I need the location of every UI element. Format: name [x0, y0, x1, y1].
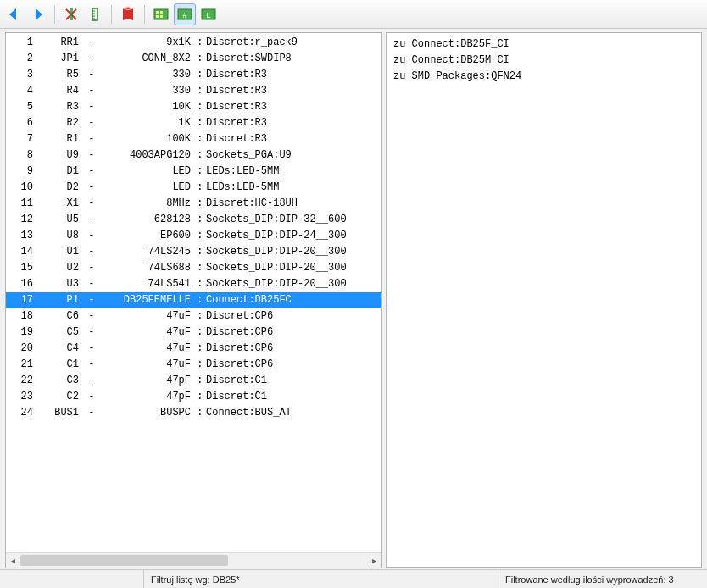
component-row[interactable]: 14U1 -74LS245 : Sockets_DIP:DIP-20__300 — [6, 244, 381, 260]
component-row[interactable]: 9D1 -LED : LEDs:LED-5MM — [6, 164, 381, 180]
row-footprint: Discret:R3 — [206, 131, 380, 147]
component-row[interactable]: 6R2 -1K : Discret:R3 — [6, 115, 381, 131]
row-index: 23 — [8, 389, 40, 405]
view-mode-2-button[interactable]: # — [174, 3, 196, 25]
row-value: 47uF — [91, 325, 191, 341]
component-row[interactable]: 15U2 -74LS688 : Sockets_DIP:DIP-20__300 — [6, 260, 381, 276]
row-value: LED — [91, 180, 191, 196]
scroll-track[interactable] — [20, 553, 367, 568]
row-separator: : — [191, 276, 206, 292]
row-value: 47uF — [91, 341, 191, 357]
component-list[interactable]: 1RR1 -9x1K : Discret:r_pack92JP1 -CONN_8… — [6, 33, 381, 552]
view-mode-3-button[interactable]: L — [198, 3, 220, 25]
row-value: 4003APG120 — [91, 147, 191, 164]
row-index: 6 — [8, 115, 40, 131]
auto-associate-button[interactable] — [84, 3, 106, 25]
component-row[interactable]: 7R1 -100K : Discret:R3 — [6, 131, 381, 147]
row-footprint: Discret:HC-18UH — [206, 196, 380, 212]
row-separator: : — [191, 99, 206, 115]
row-dash: - — [79, 228, 91, 244]
scroll-left-button[interactable]: ◂ — [6, 553, 20, 568]
component-row[interactable]: 1RR1 -9x1K : Discret:r_pack9 — [6, 35, 381, 51]
horizontal-scrollbar[interactable]: ◂ ▸ — [6, 552, 381, 567]
documentation-button[interactable] — [117, 3, 139, 25]
row-separator: : — [191, 244, 206, 260]
component-row[interactable]: 19C5 -47uF : Discret:CP6 — [6, 325, 381, 341]
row-index: 17 — [8, 292, 40, 308]
component-row[interactable]: 4R4 -330 : Discret:R3 — [6, 83, 381, 99]
component-row[interactable]: 12U5 -628128 : Sockets_DIP:DIP-32__600 — [6, 212, 381, 228]
row-value: 74LS245 — [91, 244, 191, 260]
svg-rect-13 — [156, 15, 159, 18]
row-dash: - — [79, 196, 91, 212]
component-row[interactable]: 23C2 -47pF : Discret:C1 — [6, 389, 381, 405]
row-dash: - — [79, 308, 91, 325]
row-footprint: Discret:R3 — [206, 83, 380, 99]
row-dash: - — [79, 35, 91, 51]
component-row[interactable]: 22C3 -47pF : Discret:C1 — [6, 373, 381, 389]
row-index: 1 — [8, 35, 40, 51]
view-mode-1-button[interactable] — [150, 3, 172, 25]
row-footprint: Discret:SWDIP8 — [206, 51, 380, 67]
component-row[interactable]: 3R5 -330 : Discret:R3 — [6, 67, 381, 83]
delete-association-button[interactable] — [60, 3, 82, 25]
component-row[interactable]: 18C6 -47uF : Discret:CP6 — [6, 308, 381, 325]
row-footprint: Connect:BUS_AT — [206, 405, 380, 421]
row-dash: - — [79, 341, 91, 357]
component-row[interactable]: 16U3 -74LS541 : Sockets_DIP:DIP-20__300 — [6, 276, 381, 292]
scroll-thumb[interactable] — [20, 555, 228, 566]
component-row[interactable]: 11X1 -8MHz : Discret:HC-18UH — [6, 196, 381, 212]
row-value: 47uF — [91, 357, 191, 373]
footprint-item[interactable]: zu Connect:DB25M_CI — [393, 53, 694, 69]
row-value: 47pF — [91, 389, 191, 405]
footprint-item[interactable]: zu SMD_Packages:QFN24 — [393, 69, 694, 85]
component-row[interactable]: 20C4 -47uF : Discret:CP6 — [6, 341, 381, 357]
row-footprint: Discret:r_pack9 — [206, 35, 380, 51]
row-index: 8 — [8, 147, 40, 164]
row-separator: : — [191, 212, 206, 228]
scroll-right-button[interactable]: ▸ — [367, 553, 381, 568]
row-index: 13 — [8, 228, 40, 244]
toolbar: # L — [0, 0, 707, 29]
row-separator: : — [191, 389, 206, 405]
row-separator: : — [191, 260, 206, 276]
row-separator: : — [191, 228, 206, 244]
row-reference: C4 — [40, 341, 79, 357]
row-dash: - — [79, 244, 91, 260]
nav-back-button[interactable] — [3, 3, 25, 25]
footprint-item[interactable]: zu Connect:DB25F_CI — [393, 36, 694, 53]
component-row[interactable]: 10D2 -LED : LEDs:LED-5MM — [6, 180, 381, 196]
row-reference: X1 — [40, 196, 79, 212]
toolbar-separator — [111, 5, 112, 24]
row-dash: - — [79, 276, 91, 292]
grid-hash-icon: # — [176, 7, 193, 22]
row-value: EP600 — [91, 228, 191, 244]
row-footprint: LEDs:LED-5MM — [206, 180, 380, 196]
row-value: 10K — [91, 99, 191, 115]
row-index: 9 — [8, 164, 40, 180]
row-reference: R1 — [40, 131, 79, 147]
svg-rect-10 — [154, 9, 168, 19]
row-reference: U8 — [40, 228, 79, 244]
row-reference: P1 — [40, 292, 79, 308]
row-reference: R5 — [40, 67, 79, 83]
component-row[interactable]: 17P1 -DB25FEMELLE : Connect:DB25FC — [6, 292, 381, 308]
row-reference: C3 — [40, 373, 79, 389]
row-separator: : — [191, 196, 206, 212]
row-reference: R2 — [40, 115, 79, 131]
nav-forward-button[interactable] — [27, 3, 49, 25]
footprint-list[interactable]: zu Connect:DB25F_CIzu Connect:DB25M_CIzu… — [387, 33, 701, 88]
row-reference: U9 — [40, 147, 79, 164]
component-row[interactable]: 21C1 -47uF : Discret:CP6 — [6, 357, 381, 373]
component-row[interactable]: 5R3 -10K : Discret:R3 — [6, 99, 381, 115]
row-dash: - — [79, 67, 91, 83]
component-row[interactable]: 13U8 -EP600 : Sockets_DIP:DIP-24__300 — [6, 228, 381, 244]
component-row[interactable]: 8U9 -4003APG120 : Sockets_PGA:U9 — [6, 147, 381, 164]
row-dash: - — [79, 405, 91, 421]
row-separator: : — [191, 292, 206, 308]
row-footprint: Connect:DB25FC — [206, 292, 380, 308]
component-row[interactable]: 24BUS1 -BUSPC : Connect:BUS_AT — [6, 405, 381, 421]
component-row[interactable]: 2JP1 -CONN_8X2 : Discret:SWDIP8 — [6, 51, 381, 67]
row-reference: C2 — [40, 389, 79, 405]
row-index: 21 — [8, 357, 40, 373]
